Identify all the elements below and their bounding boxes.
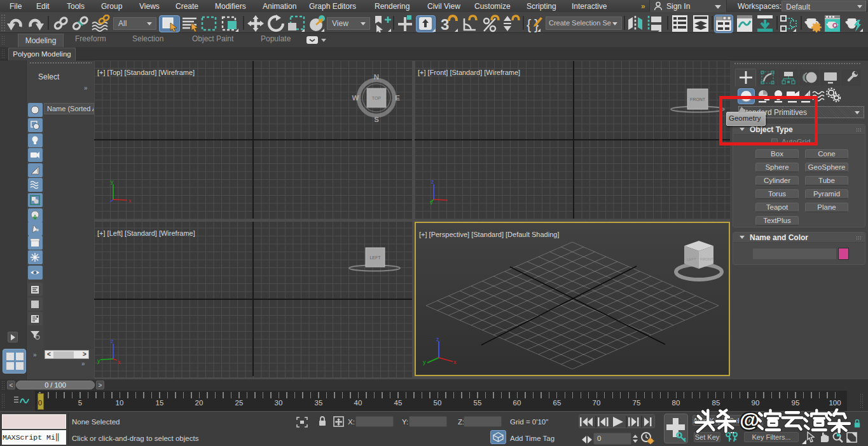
svg-text:x: x bbox=[128, 198, 132, 204]
svg-text:z: z bbox=[431, 179, 434, 185]
svg-text:y: y bbox=[430, 199, 433, 205]
svg-text:E: E bbox=[395, 94, 400, 102]
svg-text:FRONT: FRONT bbox=[700, 257, 713, 261]
svg-text:y: y bbox=[97, 358, 100, 364]
svg-text:y: y bbox=[423, 359, 426, 365]
svg-text:z: z bbox=[436, 337, 439, 342]
svg-text:x: x bbox=[118, 359, 121, 364]
svg-text:W: W bbox=[352, 94, 359, 102]
svg-text:x: x bbox=[453, 359, 457, 365]
svg-text:LEFT: LEFT bbox=[687, 257, 696, 261]
svg-text:S: S bbox=[374, 116, 379, 123]
svg-text:y: y bbox=[111, 179, 114, 185]
svg-text:LEFT: LEFT bbox=[369, 255, 381, 260]
svg-text:FRONT: FRONT bbox=[690, 97, 706, 102]
svg-text:TOP: TOP bbox=[372, 96, 382, 100]
svg-text:z: z bbox=[111, 339, 114, 344]
svg-text:{: { bbox=[527, 17, 531, 32]
svg-text:3: 3 bbox=[441, 16, 449, 32]
svg-text:N: N bbox=[374, 73, 379, 81]
